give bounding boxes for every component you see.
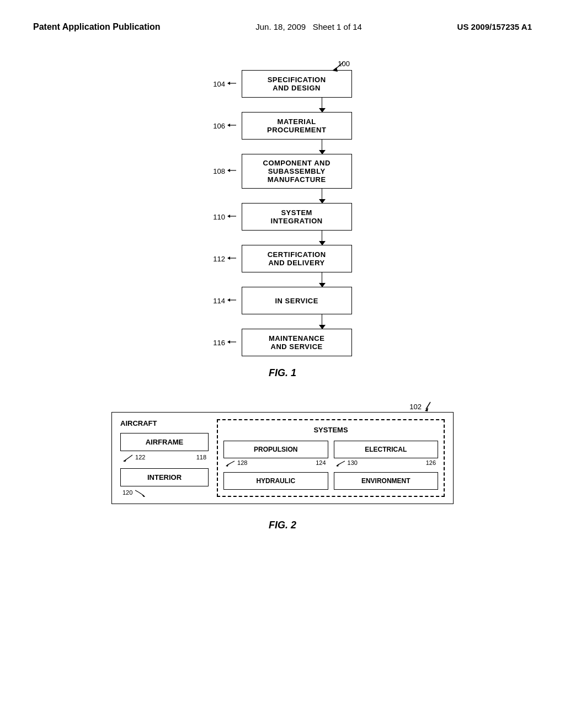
airframe-box: AIRFRAME	[120, 433, 209, 451]
electrical-box: ELECTRICAL	[334, 441, 439, 458]
patent-page: Patent Application Publication Jun. 18, …	[0, 0, 565, 728]
hydraulic-box: HYDRAULIC	[223, 472, 328, 490]
flow-node-112: 112 CERTIFICATIONAND DELIVERY	[213, 245, 351, 272]
interior-ref: 120	[122, 489, 146, 496]
hydraulic-cell: HYDRAULIC	[223, 472, 328, 490]
ref-label-114: 114	[213, 297, 237, 305]
fig1-label: FIG. 1	[269, 367, 296, 379]
interior-ref-row: 120	[120, 489, 209, 497]
box-material: MATERIALPROCUREMENT	[242, 112, 352, 140]
aircraft-label: AIRCRAFT	[120, 419, 209, 427]
ref-label-104: 104	[213, 80, 237, 88]
systems-grid: PROPULSION 128	[223, 441, 438, 490]
svg-marker-7	[227, 169, 230, 172]
flow-chart: 104 SPECIFICATIONAND DESIGN 106	[213, 70, 351, 356]
flow-node-108: 108 COMPONENT ANDSUBASSEMBLYMANUFACTURE	[213, 154, 351, 189]
propulsion-refs: 128 124	[223, 459, 328, 467]
systems-section: SYSTEMS PROPULSION	[217, 419, 445, 497]
svg-marker-3	[227, 82, 230, 85]
ref-arrow-104	[227, 80, 237, 87]
propulsion-cell: PROPULSION 128	[223, 441, 328, 467]
ref-label-112: 112	[213, 255, 237, 263]
svg-marker-5	[227, 124, 230, 127]
svg-marker-11	[227, 256, 230, 260]
airframe-ref2: 118	[196, 454, 206, 462]
flow-node-116: 116 MAINTENANCEAND SERVICE	[213, 329, 351, 356]
fig2-container: 102 AIRCRAFT AIRFRAME	[33, 401, 532, 531]
svg-marker-13	[227, 298, 230, 302]
sheet-info: Sheet 1 of 14	[313, 22, 362, 31]
ref-arrow-130	[336, 460, 346, 467]
electrical-cell: ELECTRICAL 130	[334, 441, 439, 467]
ref-label-110: 110	[213, 213, 237, 221]
ref-arrow-110	[227, 213, 237, 220]
ref-102-arrow	[424, 401, 437, 412]
ref-arrow-128	[226, 460, 236, 467]
box-component: COMPONENT ANDSUBASSEMBLYMANUFACTURE	[242, 154, 352, 189]
ref-label-116: 116	[213, 339, 237, 347]
environment-cell: ENVIRONMENT	[334, 472, 439, 490]
propulsion-box: PROPULSION	[223, 441, 328, 458]
airframe-ref1: 122	[122, 454, 145, 462]
electrical-refs: 130 126	[334, 459, 439, 467]
ref-102: 102	[409, 403, 422, 411]
publication-info: Jun. 18, 2009 Sheet 1 of 14	[255, 22, 362, 31]
aircraft-section: AIRCRAFT AIRFRAME 122	[120, 419, 209, 497]
fig1-container: 100 104 SPECIFICATIONAND DESIGN	[33, 60, 532, 379]
box-system: SYSTEMINTEGRATION	[242, 203, 352, 231]
page-header: Patent Application Publication Jun. 18, …	[33, 22, 532, 32]
svg-marker-9	[227, 215, 230, 218]
flow-node-110: 110 SYSTEMINTEGRATION	[213, 203, 351, 231]
ref-label-108: 108	[213, 167, 237, 175]
ref-arrow-120	[134, 489, 146, 497]
publication-date: Jun. 18, 2009	[255, 22, 306, 31]
ref-arrow-112	[227, 255, 237, 261]
svg-marker-21	[336, 464, 339, 467]
box-certification: CERTIFICATIONAND DELIVERY	[242, 245, 352, 272]
flow-node-104: 104 SPECIFICATIONAND DESIGN	[213, 70, 351, 98]
svg-marker-20	[226, 464, 228, 467]
flow-node-106: 106 MATERIALPROCUREMENT	[213, 112, 351, 140]
flow-node-114: 114 IN SERVICE	[213, 287, 351, 314]
ref-arrow-116	[227, 339, 237, 345]
ref-arrow-114	[227, 297, 237, 303]
svg-marker-15	[227, 340, 230, 344]
airframe-refs: 122 118	[120, 454, 209, 462]
patent-number: US 2009/157235 A1	[457, 22, 532, 31]
svg-marker-18	[123, 459, 126, 462]
ref-arrow-106	[227, 122, 237, 129]
systems-label: SYSTEMS	[223, 426, 438, 434]
ref-arrow-122	[122, 454, 134, 462]
fig2-label: FIG. 2	[269, 520, 296, 531]
interior-box: INTERIOR	[120, 468, 209, 486]
publication-title: Patent Application Publication	[33, 22, 161, 32]
box-maintenance: MAINTENANCEAND SERVICE	[242, 329, 352, 356]
environment-box: ENVIRONMENT	[334, 472, 439, 490]
svg-line-16	[426, 402, 430, 409]
box-inservice: IN SERVICE	[242, 287, 352, 314]
ref-label-106: 106	[213, 122, 237, 130]
box-specification: SPECIFICATIONAND DESIGN	[242, 70, 352, 98]
ref-arrow-108	[227, 167, 237, 174]
